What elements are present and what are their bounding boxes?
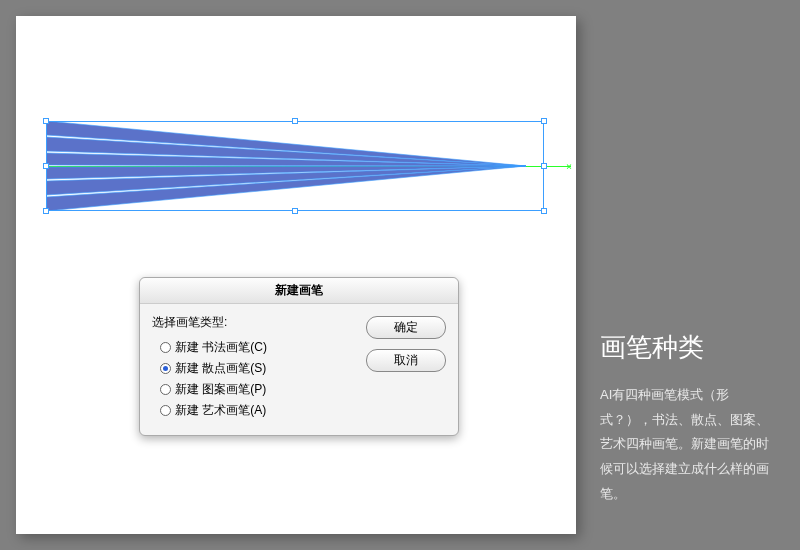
guide-anchor: × [566,161,572,172]
selection-handle-n[interactable] [292,118,298,124]
dialog-buttons: 确定 取消 [366,314,446,421]
radio-label: 新建 散点画笔(S) [175,360,266,377]
radio-label: 新建 艺术画笔(A) [175,402,266,419]
dialog-title: 新建画笔 [140,278,458,304]
radio-icon [160,342,171,353]
radio-icon [160,384,171,395]
radio-art[interactable]: 新建 艺术画笔(A) [152,400,366,421]
canvas-area: × 新建画笔 选择画笔类型: 新建 书法 [16,16,576,534]
annotation-panel: 画笔种类 AI有四种画笔模式（形式？），书法、散点、图案、艺术四种画笔。新建画笔… [600,330,780,506]
dialog-options: 选择画笔类型: 新建 书法画笔(C) 新建 散点画笔(S) 新建 图案画笔(P)… [152,314,366,421]
radio-pattern[interactable]: 新建 图案画笔(P) [152,379,366,400]
radio-scatter[interactable]: 新建 散点画笔(S) [152,358,366,379]
selection-handle-e[interactable] [541,163,547,169]
brush-type-label: 选择画笔类型: [152,314,366,331]
selection-handle-sw[interactable] [43,208,49,214]
new-brush-dialog: 新建画笔 选择画笔类型: 新建 书法画笔(C) 新建 散点画笔(S) 新建 图案… [139,277,459,436]
selection-handle-s[interactable] [292,208,298,214]
ok-button[interactable]: 确定 [366,316,446,339]
selected-artwork[interactable] [46,121,544,211]
radio-label: 新建 图案画笔(P) [175,381,266,398]
cancel-button[interactable]: 取消 [366,349,446,372]
selection-handle-w[interactable] [43,163,49,169]
radio-label: 新建 书法画笔(C) [175,339,267,356]
dialog-body: 选择画笔类型: 新建 书法画笔(C) 新建 散点画笔(S) 新建 图案画笔(P)… [140,304,458,435]
selection-handle-nw[interactable] [43,118,49,124]
radio-icon [160,363,171,374]
selection-handle-se[interactable] [541,208,547,214]
annotation-title: 画笔种类 [600,330,780,365]
radio-icon [160,405,171,416]
selection-handle-ne[interactable] [541,118,547,124]
radio-calligraphic[interactable]: 新建 书法画笔(C) [152,337,366,358]
annotation-body: AI有四种画笔模式（形式？），书法、散点、图案、艺术四种画笔。新建画笔的时候可以… [600,383,780,506]
